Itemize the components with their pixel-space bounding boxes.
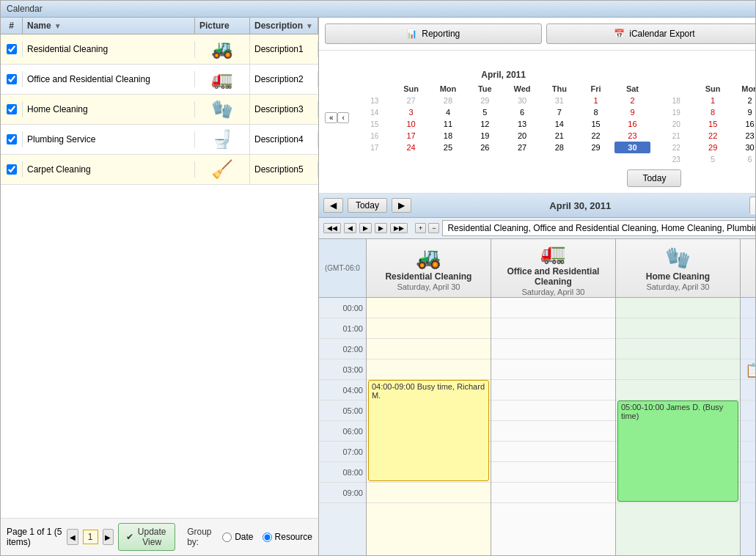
cal-day[interactable]: 30 xyxy=(503,95,541,106)
cal-day[interactable]: 21 xyxy=(541,130,578,142)
grid-time-slot[interactable] xyxy=(367,359,491,380)
grid-time-slot[interactable] xyxy=(741,318,755,339)
view-tab-day[interactable]: Day xyxy=(749,197,755,214)
cal-day[interactable]: 10 xyxy=(393,118,430,130)
cal-day[interactable]: 8 xyxy=(694,106,731,118)
cal-prev-btn[interactable]: ‹ xyxy=(337,112,348,123)
cal-day[interactable]: 27 xyxy=(393,95,430,106)
grid-col-2[interactable]: 05:00-10:00 James D. (Busy time) xyxy=(616,298,741,555)
grid-time-slot[interactable] xyxy=(491,359,615,380)
update-view-btn[interactable]: ✔ Update View xyxy=(118,523,175,551)
cal-day[interactable]: 28 xyxy=(541,142,578,153)
grid-time-slot[interactable] xyxy=(741,339,755,359)
grid-time-slot[interactable] xyxy=(367,339,491,359)
grid-time-slot[interactable] xyxy=(491,462,615,483)
cal-day[interactable]: 18 xyxy=(429,130,466,142)
cal-day[interactable]: 29 xyxy=(578,142,614,153)
cal-day[interactable]: 20 xyxy=(503,130,541,142)
grid-time-slot[interactable] xyxy=(491,380,615,400)
row-checkbox-cell[interactable] xyxy=(1,161,23,178)
sched-prev-btn[interactable]: ◀ xyxy=(323,198,343,213)
row-checkbox-cell[interactable] xyxy=(1,41,23,57)
cal-day[interactable]: 22 xyxy=(578,130,614,142)
page-next-btn[interactable]: ▶ xyxy=(103,529,114,545)
row-checkbox[interactable] xyxy=(7,74,17,84)
name-filter-icon[interactable]: ▼ xyxy=(54,22,62,30)
grid-time-slot[interactable] xyxy=(741,483,755,503)
cal-day[interactable]: 5 xyxy=(466,106,503,118)
page-prev-btn[interactable]: ◀ xyxy=(67,529,78,545)
desc-filter-icon[interactable]: ▼ xyxy=(306,22,313,30)
cal-day[interactable]: 15 xyxy=(578,118,614,130)
cal-day[interactable]: 24 xyxy=(393,142,430,153)
cal-day[interactable]: 13 xyxy=(503,118,541,130)
cal-day[interactable]: 7 xyxy=(541,106,578,118)
row-checkbox[interactable] xyxy=(7,104,17,114)
row-checkbox[interactable] xyxy=(7,164,17,175)
row-checkbox[interactable] xyxy=(7,44,17,54)
grid-col-1[interactable] xyxy=(491,298,616,555)
cal-day[interactable]: 23 xyxy=(731,130,755,142)
cal-day[interactable]: 8 xyxy=(578,106,614,118)
cal-day[interactable]: 9 xyxy=(731,106,755,118)
tooltip-trigger-icon[interactable]: 📋 xyxy=(745,362,755,378)
sched-today-btn[interactable]: Today xyxy=(348,198,387,213)
sched-next-small-btn[interactable]: ▶ xyxy=(375,223,387,233)
grid-time-slot[interactable] xyxy=(491,400,615,421)
cal-day[interactable]: 15 xyxy=(694,118,731,130)
sched-prev-small-btn[interactable]: ◀ xyxy=(344,223,356,233)
cal-day[interactable]: 19 xyxy=(466,130,503,142)
cal-day[interactable]: 5 xyxy=(694,153,731,165)
grid-time-slot[interactable] xyxy=(491,318,615,339)
sched-first-btn[interactable]: ◀◀ xyxy=(323,223,341,233)
grid-time-slot[interactable] xyxy=(491,442,615,462)
cal-day[interactable]: 11 xyxy=(429,118,466,130)
cal-day[interactable]: 31 xyxy=(541,95,578,106)
cal-day[interactable]: 9 xyxy=(614,106,651,118)
grid-time-slot[interactable] xyxy=(741,400,755,421)
cal-day[interactable]: 1 xyxy=(694,95,731,106)
grid-time-slot[interactable] xyxy=(741,298,755,318)
grid-time-slot[interactable] xyxy=(741,442,755,462)
groupby-resource-option[interactable]: Resource xyxy=(263,532,312,542)
row-checkbox[interactable] xyxy=(7,134,17,145)
grid-time-slot[interactable] xyxy=(616,359,740,380)
cal-day[interactable]: 16 xyxy=(614,118,651,130)
groupby-resource-radio[interactable] xyxy=(263,533,272,542)
row-checkbox-cell[interactable] xyxy=(1,101,23,117)
groupby-date-option[interactable]: Date xyxy=(222,532,253,542)
grid-time-slot[interactable] xyxy=(741,421,755,442)
today-btn[interactable]: Today xyxy=(627,169,681,187)
cal-day[interactable]: 4 xyxy=(429,106,466,118)
row-checkbox-cell[interactable] xyxy=(1,131,23,147)
grid-time-slot[interactable] xyxy=(491,483,615,503)
event-block[interactable]: 05:00-10:00 James D. (Busy time) xyxy=(617,400,738,502)
sched-last-btn[interactable]: ▶▶ xyxy=(390,223,408,233)
cal-day[interactable]: 27 xyxy=(503,142,541,153)
cal-day[interactable]: 14 xyxy=(541,118,578,130)
cal-prev-prev-btn[interactable]: « xyxy=(325,112,338,123)
reporting-btn[interactable]: 📊 Reporting xyxy=(325,23,542,44)
grid-time-slot[interactable] xyxy=(367,483,491,503)
cal-day[interactable]: 30 xyxy=(614,142,651,153)
cal-day[interactable]: 28 xyxy=(429,95,466,106)
sched-next-btn[interactable]: ▶ xyxy=(392,198,411,213)
cal-day[interactable]: 25 xyxy=(429,142,466,153)
grid-time-slot[interactable] xyxy=(491,339,615,359)
cal-day[interactable]: 1 xyxy=(578,95,614,106)
cal-day[interactable]: 30 xyxy=(731,142,755,153)
cal-day[interactable]: 16 xyxy=(731,118,755,130)
cal-day[interactable]: 6 xyxy=(731,153,755,165)
cal-day[interactable]: 23 xyxy=(614,130,651,142)
sched-play-btn[interactable]: ▶ xyxy=(359,223,372,233)
sched-del-btn[interactable]: − xyxy=(428,223,439,233)
cal-day[interactable]: 22 xyxy=(694,130,731,142)
grid-time-slot[interactable] xyxy=(491,421,615,442)
row-checkbox-cell[interactable] xyxy=(1,71,23,87)
cal-day[interactable]: 29 xyxy=(466,95,503,106)
grid-time-slot[interactable] xyxy=(741,380,755,400)
cal-day[interactable]: 2 xyxy=(614,95,651,106)
grid-time-slot[interactable] xyxy=(616,339,740,359)
sched-add-btn[interactable]: + xyxy=(415,223,426,233)
icalendar-btn[interactable]: 📅 iCalendar Export xyxy=(546,23,755,44)
